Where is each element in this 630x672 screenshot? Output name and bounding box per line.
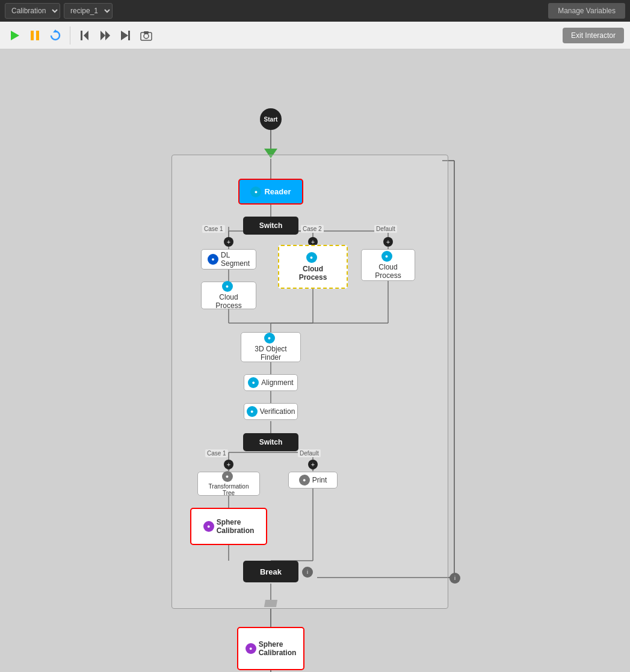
default-label1: Default: [374, 225, 397, 233]
canvas-area: Start ● Reader Switch Case 1 Case 2 Defa…: [0, 49, 630, 672]
svg-rect-1: [31, 31, 34, 40]
svg-rect-9: [128, 31, 130, 40]
sphere-calibration-outer-icon: ●: [246, 643, 256, 654]
reader-node[interactable]: ● Reader: [238, 179, 303, 205]
step-forward-skip-button[interactable]: [97, 27, 114, 44]
reader-icon: ●: [250, 186, 261, 197]
cloud-process-left-icon: ●: [222, 281, 233, 292]
dl-segment-label: DL Segment: [221, 251, 250, 268]
case2-label1: Case 2: [301, 225, 324, 233]
sphere-calibration-inner-icon: ●: [203, 521, 214, 532]
obj-finder-node[interactable]: ● 3D Object Finder: [241, 332, 301, 362]
alignment-node[interactable]: ● Alignment: [244, 374, 298, 391]
print-node[interactable]: ● Print: [288, 472, 338, 489]
sphere-calibration-inner-label: Sphere: [217, 518, 255, 526]
sphere-calibration-outer-node[interactable]: ● Sphere Calibration: [237, 627, 304, 670]
cloud-process-left-label: Cloud: [219, 293, 238, 301]
play-button[interactable]: [6, 27, 23, 44]
print-icon: ●: [299, 475, 310, 486]
svg-rect-2: [36, 31, 39, 40]
dl-segment-node[interactable]: ● DL Segment: [201, 249, 256, 270]
svg-marker-7: [105, 31, 110, 40]
switch1-node[interactable]: Switch: [243, 217, 298, 235]
verification-icon: ●: [247, 406, 258, 417]
alignment-label: Alignment: [261, 378, 293, 387]
cloud-process-right-label2: Process: [375, 271, 401, 280]
svg-marker-6: [100, 31, 105, 40]
switch2-label: Switch: [259, 438, 283, 446]
dl-segment-icon: ●: [208, 254, 218, 265]
break-output-circle: i: [302, 567, 313, 578]
sphere-calibration-outer-label2: Calibration: [259, 649, 297, 657]
verification-node[interactable]: ● Verification: [244, 403, 298, 420]
alignment-icon: ●: [248, 377, 259, 388]
step-back-button[interactable]: [76, 27, 93, 44]
camera-button[interactable]: [138, 27, 155, 44]
default-label2: Default: [298, 449, 321, 457]
svg-rect-12: [144, 31, 149, 34]
break-node[interactable]: Break: [243, 561, 298, 582]
container-bottom-connector: [264, 600, 277, 607]
calibration-dropdown[interactable]: Calibration: [5, 3, 60, 19]
plus-switch1-right[interactable]: +: [383, 237, 393, 247]
break-label: Break: [260, 567, 282, 576]
plus-switch2-left[interactable]: +: [224, 460, 233, 469]
cloud-process-left-label2: Process: [215, 301, 241, 310]
transformation-tree-node[interactable]: ● Transformation Tree: [197, 472, 260, 496]
refresh-button[interactable]: [47, 27, 64, 44]
start-node: Start: [260, 108, 282, 130]
case1-label2: Case 1: [205, 449, 228, 457]
case1-label1: Case 1: [202, 225, 225, 233]
reader-label: Reader: [264, 187, 291, 196]
plus-switch1-left[interactable]: +: [224, 237, 233, 247]
svg-marker-4: [84, 31, 88, 40]
cloud-process-center-node[interactable]: ● Cloud Process: [278, 245, 348, 289]
obj-finder-label: 3D Object: [255, 345, 286, 353]
loop-circle: i: [449, 573, 460, 584]
transformation-tree-icon: ●: [222, 471, 233, 482]
manage-variables-button[interactable]: Manage Variables: [548, 3, 625, 19]
cloud-process-center-label2: Process: [299, 273, 327, 282]
sphere-calibration-inner-label2: Calibration: [217, 526, 255, 535]
cloud-process-right-label: Cloud: [378, 263, 397, 271]
plus-switch2-right[interactable]: +: [308, 460, 318, 469]
cloud-process-center-label: Cloud: [303, 265, 323, 273]
svg-rect-5: [81, 31, 82, 40]
cloud-process-left-node[interactable]: ● Cloud Process: [201, 282, 256, 309]
cloud-process-center-icon: ●: [306, 252, 317, 263]
transformation-tree-label2: Tree: [223, 490, 235, 496]
obj-finder-icon: ●: [264, 333, 275, 344]
switch2-node[interactable]: Switch: [243, 433, 298, 451]
toolbar: Exit Interactor: [0, 22, 630, 49]
sphere-calibration-outer-label: Sphere: [259, 640, 297, 649]
print-label: Print: [312, 476, 327, 484]
sphere-calibration-inner-node[interactable]: ● Sphere Calibration: [190, 508, 267, 545]
start-label: Start: [264, 116, 278, 123]
top-bar: Calibration recipe_1 Manage Variables: [0, 0, 630, 22]
cloud-process-right-icon: ●: [381, 251, 392, 262]
obj-finder-label2: Finder: [261, 353, 281, 362]
pause-button[interactable]: [26, 27, 43, 44]
svg-marker-8: [121, 31, 128, 40]
transformation-tree-label: Transformation: [209, 483, 249, 490]
cloud-process-right-node[interactable]: ● Cloud Process: [361, 249, 415, 281]
switch1-label: Switch: [259, 221, 283, 230]
exit-interactor-button[interactable]: Exit Interactor: [563, 28, 624, 43]
recipe-dropdown[interactable]: recipe_1: [64, 3, 113, 19]
svg-point-11: [144, 34, 149, 39]
svg-marker-0: [11, 31, 19, 40]
step-forward-button[interactable]: [117, 27, 134, 44]
verification-label: Verification: [260, 407, 295, 416]
